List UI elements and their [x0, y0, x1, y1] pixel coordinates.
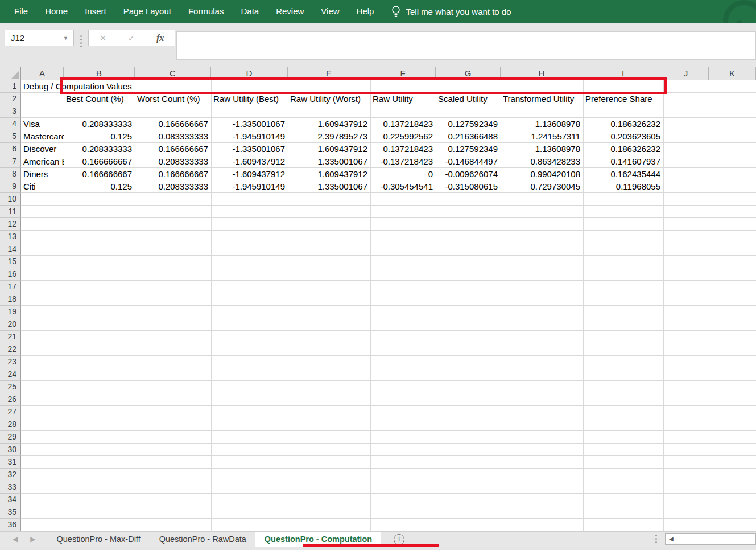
cell-F7[interactable]: -0.137218423	[371, 155, 436, 167]
menu-item-insert[interactable]: Insert	[76, 0, 115, 23]
cell-A1-title[interactable]: Debug / Computation Values	[22, 80, 211, 92]
cell-G4[interactable]: 0.127592349	[436, 118, 501, 130]
row-header-17[interactable]: 17	[0, 281, 21, 293]
cell-E2-header[interactable]: Raw Utility (Worst)	[288, 93, 370, 105]
cell-I4[interactable]: 0.186326232	[584, 118, 663, 130]
row-header-15[interactable]: 15	[0, 256, 21, 268]
column-header-B[interactable]: B	[64, 67, 135, 80]
row-header-14[interactable]: 14	[0, 243, 21, 256]
row-header-25[interactable]: 25	[0, 381, 21, 393]
cell-F5[interactable]: 0.225992562	[371, 130, 436, 142]
row-header-11[interactable]: 11	[0, 206, 21, 218]
column-header-F[interactable]: F	[370, 67, 436, 80]
cancel-icon[interactable]: ✕	[100, 33, 107, 43]
tell-me[interactable]: Tell me what you want to do	[391, 5, 511, 18]
cell-D5[interactable]: -1.945910149	[212, 130, 288, 142]
cell-H7[interactable]: 0.863428233	[501, 155, 583, 167]
menu-item-file[interactable]: File	[6, 0, 36, 23]
cell-C2-header[interactable]: Worst Count (%)	[135, 93, 211, 105]
cell-B8[interactable]: 0.166666667	[64, 168, 135, 180]
cell-H8[interactable]: 0.990420108	[501, 168, 583, 180]
scroll-left-icon[interactable]: ◀	[666, 534, 677, 544]
row-header-23[interactable]: 23	[0, 356, 21, 368]
chevron-down-icon[interactable]: ▼	[63, 35, 73, 41]
sheet-nav-left-icon[interactable]: ◀	[13, 535, 18, 543]
row-header-27[interactable]: 27	[0, 406, 21, 418]
column-header-G[interactable]: G	[436, 67, 501, 80]
row-header-8[interactable]: 8	[0, 168, 21, 180]
row-header-29[interactable]: 29	[0, 431, 21, 444]
cell-C8[interactable]: 0.166666667	[135, 168, 211, 180]
menu-item-review[interactable]: Review	[267, 0, 312, 23]
row-header-6[interactable]: 6	[0, 143, 21, 155]
cell-D2-header[interactable]: Raw Utility (Best)	[212, 93, 288, 105]
column-header-J[interactable]: J	[663, 67, 709, 80]
cell-H6[interactable]: 1.13608978	[501, 143, 583, 155]
cell-G5[interactable]: 0.216366488	[436, 130, 501, 142]
cell-E9[interactable]: 1.335001067	[288, 180, 370, 192]
row-header-32[interactable]: 32	[0, 469, 21, 481]
cell-B5[interactable]: 0.125	[64, 130, 135, 142]
row-header-20[interactable]: 20	[0, 318, 21, 331]
cell-C9[interactable]: 0.208333333	[135, 180, 211, 192]
cell-A6-label[interactable]: Discover	[22, 143, 64, 155]
row-header-22[interactable]: 22	[0, 343, 21, 356]
menu-item-page-layout[interactable]: Page Layout	[115, 0, 180, 23]
cell-B9[interactable]: 0.125	[64, 180, 135, 192]
cell-G6[interactable]: 0.127592349	[436, 143, 501, 155]
new-sheet-icon[interactable]: +	[394, 534, 404, 545]
menu-item-home[interactable]: Home	[36, 0, 76, 23]
cell-F2-header[interactable]: Raw Utility	[371, 93, 436, 105]
row-header-31[interactable]: 31	[0, 456, 21, 469]
cell-C4[interactable]: 0.166666667	[135, 118, 211, 130]
row-header-26[interactable]: 26	[0, 393, 21, 406]
cell-F4[interactable]: 0.137218423	[371, 118, 436, 130]
cell-G7[interactable]: -0.146844497	[436, 155, 501, 167]
cell-G2-header[interactable]: Scaled Utility	[436, 93, 501, 105]
cell-I7[interactable]: 0.141607937	[584, 155, 663, 167]
cell-D7[interactable]: -1.609437912	[212, 155, 288, 167]
row-header-2[interactable]: 2	[0, 93, 21, 105]
cell-D4[interactable]: -1.335001067	[212, 118, 288, 130]
row-header-34[interactable]: 34	[0, 494, 21, 506]
menu-item-help[interactable]: Help	[348, 0, 383, 23]
cell-H2-header[interactable]: Transformed Utility	[501, 93, 583, 105]
cell-C5[interactable]: 0.083333333	[135, 130, 211, 142]
cell-D6[interactable]: -1.335001067	[212, 143, 288, 155]
insert-function-icon[interactable]: fx	[156, 33, 164, 43]
row-header-33[interactable]: 33	[0, 481, 21, 494]
cell-A9-label[interactable]: Citi	[22, 180, 64, 192]
sheet-nav-right-icon[interactable]: ▶	[30, 535, 35, 543]
row-header-19[interactable]: 19	[0, 306, 21, 318]
row-header-5[interactable]: 5	[0, 130, 21, 143]
row-header-16[interactable]: 16	[0, 268, 21, 281]
cell-C6[interactable]: 0.166666667	[135, 143, 211, 155]
cell-D8[interactable]: -1.609437912	[212, 168, 288, 180]
column-header-K[interactable]: K	[709, 67, 756, 80]
sheet-tab-questionpro-max-diff[interactable]: QuestionPro - Max-Diff	[47, 532, 149, 547]
row-header-13[interactable]: 13	[0, 231, 21, 243]
cell-B7[interactable]: 0.166666667	[64, 155, 135, 167]
cell-A8-label[interactable]: Diners	[22, 168, 64, 180]
cell-C7[interactable]: 0.208333333	[135, 155, 211, 167]
column-header-I[interactable]: I	[583, 67, 663, 80]
cell-I5[interactable]: 0.203623605	[584, 130, 663, 142]
column-header-D[interactable]: D	[211, 67, 288, 80]
cell-F9[interactable]: -0.305454541	[371, 180, 436, 192]
name-box[interactable]: J12 ▼	[5, 30, 74, 46]
menu-item-data[interactable]: Data	[232, 0, 267, 23]
grid-body[interactable]: 1234567891011121314151617181920212223242…	[0, 80, 756, 531]
row-header-18[interactable]: 18	[0, 293, 21, 306]
cell-A4-label[interactable]: Visa	[22, 118, 64, 130]
menu-item-formulas[interactable]: Formulas	[180, 0, 233, 23]
row-header-4[interactable]: 4	[0, 118, 21, 130]
enter-check-icon[interactable]: ✓	[128, 33, 135, 43]
row-header-3[interactable]: 3	[0, 105, 21, 118]
cell-A5-label[interactable]: Mastercard	[22, 130, 64, 142]
row-header-9[interactable]: 9	[0, 180, 21, 193]
cell-I8[interactable]: 0.162435444	[584, 168, 663, 180]
cell-B2-header[interactable]: Best Count (%)	[64, 93, 135, 105]
row-header-10[interactable]: 10	[0, 193, 21, 206]
row-header-24[interactable]: 24	[0, 368, 21, 381]
cell-I6[interactable]: 0.186326232	[584, 143, 663, 155]
